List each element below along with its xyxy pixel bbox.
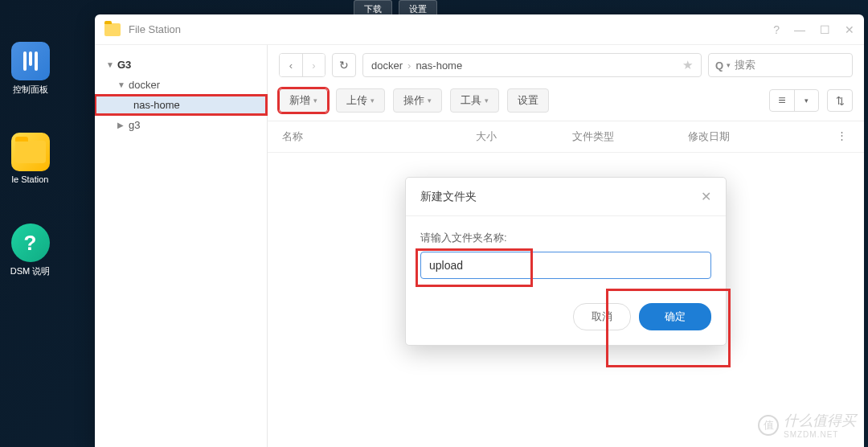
control-panel-icon (11, 42, 50, 80)
folder-icon (11, 133, 50, 171)
help-button[interactable]: ? (773, 23, 780, 36)
window-titlebar[interactable]: File Station ? — ☐ ✕ (95, 14, 864, 45)
nav-forward-button[interactable]: › (302, 54, 325, 76)
folder-name-input[interactable] (420, 252, 711, 279)
upload-button[interactable]: 上传▾ (336, 88, 385, 113)
search-input[interactable]: Q▾ 搜索 (708, 53, 853, 77)
desktop-icon-label: 控制面板 (8, 84, 52, 96)
main-panel: ‹ › ↻ docker › nas-home ★ Q▾ 搜索 (268, 45, 864, 447)
tree-item-docker[interactable]: ▼ docker (95, 75, 267, 95)
desktop-icon-dsm-help[interactable]: ? DSM 说明 (8, 224, 52, 277)
chevron-right-icon: › (407, 59, 411, 72)
caret-down-icon: ▾ (428, 96, 432, 105)
settings-button[interactable]: 设置 (507, 88, 549, 113)
view-list-button[interactable]: ≡ (770, 90, 794, 111)
action-button[interactable]: 操作▾ (393, 88, 442, 113)
window-title: File Station (129, 23, 773, 35)
tree-label: G3 (117, 59, 131, 71)
ok-button[interactable]: 确定 (639, 303, 711, 330)
nav-back-button[interactable]: ‹ (280, 54, 302, 76)
view-dropdown-button[interactable]: ▾ (794, 90, 818, 111)
cancel-button[interactable]: 取消 (573, 303, 631, 330)
new-button[interactable]: 新增▾ (279, 88, 328, 113)
desktop-icon-label: le Station (8, 174, 52, 184)
caret-down-icon: ▼ (106, 60, 114, 69)
dialog-title: 新建文件夹 (420, 190, 701, 204)
folder-tree-sidebar: ▼ G3 ▼ docker nas-home ▶ g3 (95, 45, 268, 447)
column-more-icon[interactable]: ⋮ (833, 129, 850, 144)
column-date[interactable]: 修改日期 (688, 129, 833, 144)
tree-label: g3 (129, 119, 140, 131)
close-button[interactable]: ✕ (845, 23, 854, 36)
maximize-button[interactable]: ☐ (820, 23, 830, 36)
desktop-icon-control-panel[interactable]: 控制面板 (8, 42, 52, 96)
close-icon[interactable]: ✕ (701, 189, 711, 204)
caret-right-icon: ▶ (117, 121, 125, 129)
table-header: 名称 大小 文件类型 修改日期 ⋮ (268, 121, 864, 153)
watermark-text: 什么值得买 (784, 411, 856, 430)
refresh-button[interactable]: ↻ (332, 53, 356, 77)
tree-root[interactable]: ▼ G3 (95, 55, 267, 75)
toolbar: 新增▾ 上传▾ 操作▾ 工具▾ 设置 (268, 82, 864, 121)
tree-item-nas-home[interactable]: nas-home (95, 95, 267, 115)
column-size[interactable]: 大小 (476, 129, 572, 144)
file-station-window: File Station ? — ☐ ✕ ▼ G3 ▼ docker nas-h… (95, 14, 864, 447)
minimize-button[interactable]: — (794, 23, 805, 36)
watermark-sub: SMZDM.NET (784, 430, 856, 439)
file-list-area: 新建文件夹 ✕ 请输入文件夹名称: 取消 确定 (268, 153, 864, 447)
tree-label: nas-home (133, 99, 180, 111)
caret-down-icon: ▾ (313, 96, 317, 105)
caret-down-icon: ▾ (485, 96, 489, 105)
column-type[interactable]: 文件类型 (572, 129, 688, 144)
watermark-badge: 值 (758, 415, 779, 436)
caret-down-icon: ▼ (117, 80, 125, 89)
new-folder-dialog: 新建文件夹 ✕ 请输入文件夹名称: 取消 确定 (405, 177, 727, 346)
breadcrumb-item[interactable]: docker (371, 59, 403, 72)
help-icon: ? (11, 224, 50, 262)
search-icon: Q (715, 59, 723, 72)
column-name[interactable]: 名称 (282, 129, 476, 144)
desktop-background: 下载 设置 控制面板 le Station ? DSM 说明 File Stat… (0, 0, 868, 447)
search-placeholder: 搜索 (735, 58, 755, 72)
caret-down-icon: ▾ (727, 61, 731, 69)
path-bar: ‹ › ↻ docker › nas-home ★ Q▾ 搜索 (268, 45, 864, 82)
dialog-label: 请输入文件夹名称: (420, 231, 711, 245)
tree-label: docker (129, 79, 160, 91)
modal-backdrop: 新建文件夹 ✕ 请输入文件夹名称: 取消 确定 (268, 153, 864, 447)
desktop-icon-label: DSM 说明 (8, 265, 52, 277)
desktop-icon-file-station[interactable]: le Station (8, 133, 52, 184)
star-icon[interactable]: ★ (682, 58, 693, 72)
sort-button[interactable]: ⇅ (827, 89, 853, 112)
caret-down-icon: ▾ (371, 96, 375, 105)
watermark: 值 什么值得买 SMZDM.NET (758, 411, 856, 439)
breadcrumb[interactable]: docker › nas-home ★ (362, 53, 702, 77)
tree-item-g3[interactable]: ▶ g3 (95, 115, 267, 135)
tools-button[interactable]: 工具▾ (450, 88, 499, 113)
breadcrumb-item[interactable]: nas-home (416, 59, 462, 72)
folder-icon (104, 23, 121, 36)
view-mode-group: ≡ ▾ (769, 89, 819, 112)
